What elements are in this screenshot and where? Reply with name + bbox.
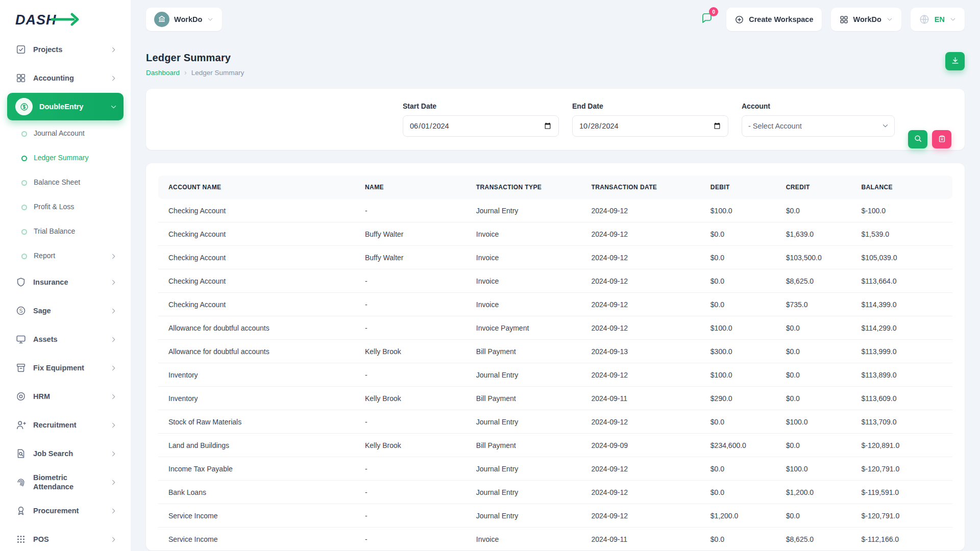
table-row: Income Tax Payable-Journal Entry2024-09-… [158,457,952,481]
breadcrumb-separator-icon: › [184,68,187,77]
breadcrumb-current: Ledger Summary [191,69,244,77]
end-date-input[interactable] [572,115,728,137]
cell-account-name: Land and Buildings [158,434,357,457]
cell-name: - [357,410,468,434]
messages-button[interactable]: 0 [697,9,717,30]
sidebar-item-assets[interactable]: Assets [7,325,124,353]
sidebar-item-label: Procurement [33,506,103,515]
end-date-field-group: End Date [572,102,728,137]
cell-debit: $0.0 [702,293,778,316]
sidebar-item-journal-account[interactable]: Journal Account [7,121,124,146]
sidebar-item-sage[interactable]: SSage [7,297,124,324]
workspace-switcher[interactable]: WorkDo [146,8,222,31]
apply-filter-button[interactable] [908,130,927,148]
cell-balance: $113,664.0 [853,269,952,293]
page-header: Ledger Summary Dashboard › Ledger Summar… [146,52,965,77]
app-switcher-button[interactable]: WorkDo [831,8,901,31]
job-search-icon [15,448,27,459]
search-icon [914,134,922,144]
cell-balance: $113,709.0 [853,410,952,434]
sidebar-item-recruitment[interactable]: Recruitment [7,411,124,439]
sidebar-item-hrm[interactable]: HRM [7,383,124,410]
cell-credit: $8,625.0 [778,528,853,551]
topbar-actions: 0 Create Workspace WorkDo EN [697,8,965,31]
cell-balance: $105,039.0 [853,246,952,269]
reset-filter-icon [938,134,946,144]
sidebar-item-label: Trial Balance [34,227,117,236]
cell-credit: $0.0 [778,199,853,222]
cell-transaction-date: 2024-09-12 [583,481,702,504]
svg-text:DASH: DASH [15,12,57,28]
breadcrumb-dashboard-link[interactable]: Dashboard [146,69,180,77]
sidebar-item-biometric-attendance[interactable]: Biometric Attendance [7,468,124,496]
account-select[interactable]: - Select Account [742,115,895,137]
cell-debit: $100.0 [702,363,778,387]
table-row: Checking AccountBuffy WalterInvoice2024-… [158,222,952,246]
sidebar-item-label: Journal Account [34,129,117,138]
sidebar-item-balance-sheet[interactable]: Balance Sheet [7,170,124,195]
cell-transaction-date: 2024-09-12 [583,246,702,269]
chevron-right-icon [110,46,117,54]
cell-account-name: Allowance for doubtful accounts [158,316,357,340]
sidebar-item-procurement[interactable]: Procurement [7,497,124,524]
col-balance: BALANCE [853,176,952,199]
bullet-icon [21,229,27,235]
create-workspace-button[interactable]: Create Workspace [726,8,821,31]
cell-transaction-type: Invoice [468,246,583,269]
sage-icon: S [15,305,27,316]
chevron-down-icon [949,16,957,23]
cell-debit: $100.0 [702,316,778,340]
table-row: Checking Account-Invoice2024-09-12$0.0$8… [158,269,952,293]
sidebar-item-profit-loss[interactable]: Profit & Loss [7,195,124,219]
sidebar-item-fix-equipment[interactable]: Fix Equipment [7,354,124,382]
cell-name: Buffy Walter [357,222,468,246]
start-date-input[interactable] [403,115,559,137]
sidebar-item-label: Ledger Summary [34,154,117,163]
cell-debit: $1,200.0 [702,504,778,528]
sidebar-item-pos[interactable]: POS [7,525,124,551]
chevron-right-icon [110,336,117,343]
cell-debit: $0.0 [702,457,778,481]
sidebar-item-doubleentry[interactable]: DoubleEntry [7,93,124,120]
dash-logo[interactable]: DASH [0,0,131,33]
sidebar-item-job-search[interactable]: Job Search [7,440,124,467]
language-switcher[interactable]: EN [911,8,965,31]
cell-account-name: Checking Account [158,246,357,269]
language-code: EN [935,15,945,23]
doubleentry-icon [15,98,33,115]
cell-credit: $0.0 [778,434,853,457]
sidebar-item-projects[interactable]: Projects [7,36,124,63]
cell-name: - [357,481,468,504]
cell-credit: $103,500.0 [778,246,853,269]
cell-balance: $113,999.0 [853,340,952,363]
cell-debit: $0.0 [702,410,778,434]
cell-transaction-date: 2024-09-12 [583,457,702,481]
filter-actions [908,130,951,148]
col-name: NAME [357,176,468,199]
sidebar-item-report[interactable]: Report [7,244,124,268]
cell-transaction-type: Bill Payment [468,387,583,410]
download-button[interactable] [945,52,965,70]
ledger-table: ACCOUNT NAME NAME TRANSACTION TYPE TRANS… [158,176,952,550]
sidebar-item-ledger-summary[interactable]: Ledger Summary [7,146,124,170]
col-transaction-type: TRANSACTION TYPE [468,176,583,199]
cell-credit: $735.0 [778,293,853,316]
chevron-right-icon [110,307,117,315]
sidebar-item-insurance[interactable]: Insurance [7,268,124,296]
cell-debit: $0.0 [702,481,778,504]
sidebar-item-label: Assets [33,335,103,344]
insurance-icon [15,277,27,288]
table-row: Service Income-Journal Entry2024-09-12$1… [158,504,952,528]
sidebar-item-label: POS [33,535,103,544]
bullet-icon [21,156,27,161]
reset-filter-button[interactable] [932,130,951,148]
biometric-attendance-icon [15,477,27,488]
cell-account-name: Checking Account [158,199,357,222]
sidebar-item-accounting[interactable]: Accounting [7,64,124,92]
table-row: Land and BuildingsKelly BrookBill Paymen… [158,434,952,457]
sidebar-item-trial-balance[interactable]: Trial Balance [7,219,124,244]
table-row: Checking AccountBuffy WalterInvoice2024-… [158,246,952,269]
cell-credit: $1,200.0 [778,481,853,504]
accounting-icon [15,72,27,84]
page-title: Ledger Summary [146,52,244,64]
